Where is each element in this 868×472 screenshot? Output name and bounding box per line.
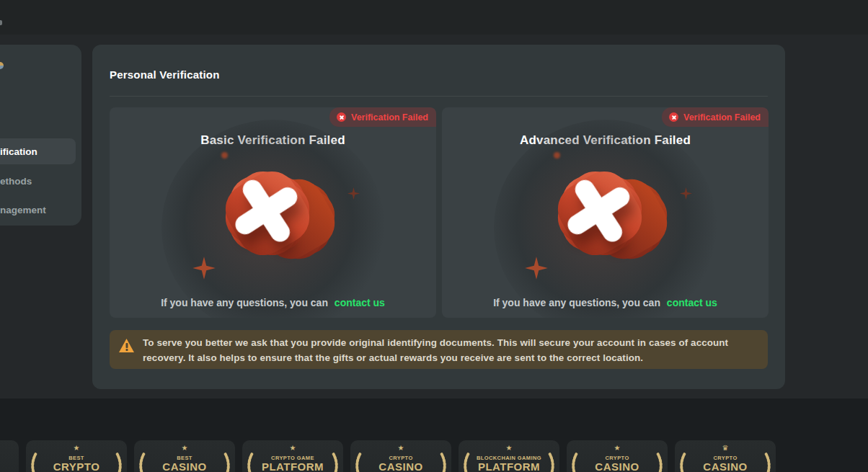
award-emblem-icon: ★	[614, 444, 621, 452]
page-title: Personal Verification	[110, 68, 220, 81]
award-card: ★ BEST CRYPTO CASINO	[26, 440, 127, 472]
notice-text: To serve you better we ask that you prov…	[143, 335, 763, 365]
award-card: ★ BLOCKCHAIN GAMING PLATFORM OF THE YEAR	[459, 440, 559, 472]
award-emblem-icon: ★	[74, 444, 80, 452]
laurel-right-icon	[761, 452, 773, 472]
contact-us-link[interactable]: contact us	[667, 297, 717, 308]
basic-verification-card: Verification Failed Basic Verification F…	[110, 107, 436, 318]
awards-footer: ★ BEST CRYPTO CASINO ★	[0, 398, 868, 472]
laurel-left-icon	[353, 452, 366, 472]
award-emblem-icon: ★	[398, 444, 404, 452]
award-card: ★ CRYPTO GAME PLATFORM OF THE YEAR	[242, 440, 343, 472]
award-line2: CASINO	[367, 461, 435, 472]
failed-seal-x-icon	[544, 152, 667, 275]
notice-line: recovery. It also helps to ensure that t…	[143, 350, 763, 365]
card-footer-text: If you have any questions, you can	[493, 297, 660, 308]
contact-us-link[interactable]: contact us	[335, 297, 385, 308]
top-header-bar	[0, 0, 868, 35]
sidebar-item-management[interactable]: nagement	[0, 197, 76, 223]
personal-verification-panel: Personal Verification Verification Faile…	[92, 45, 785, 389]
award-line2: CASINO	[583, 461, 651, 472]
laurel-right-icon	[328, 452, 340, 472]
sidebar-item-label: nagement	[0, 205, 46, 215]
award-card: ♛ CRYPTO CASINO OF THE YEAR	[675, 440, 776, 472]
laurel-right-icon	[652, 452, 665, 472]
sidebar-item-payment-methods[interactable]: ethods	[0, 168, 76, 194]
sparkle-dot	[554, 152, 560, 159]
card-footer: If you have any questions, you can conta…	[110, 297, 436, 308]
laurel-right-icon	[112, 452, 124, 472]
award-line2: CASINO	[691, 461, 759, 472]
card-footer-text: If you have any questions, you can	[161, 297, 328, 308]
laurel-right-icon	[544, 452, 557, 472]
laurel-left-icon	[245, 452, 257, 472]
notice-line: To serve you better we ask that you prov…	[143, 335, 763, 350]
status-badge-label: Verification Failed	[351, 112, 428, 123]
laurel-right-icon	[436, 452, 448, 472]
failed-seal-x-icon	[212, 152, 335, 275]
award-line2: PLATFORM	[259, 461, 327, 472]
award-card: ★ CRYPTO CASINO OF THE YEAR	[567, 440, 668, 472]
title-divider	[110, 96, 768, 97]
award-emblem-icon: ♛	[722, 444, 729, 452]
award-line2: CRYPTO	[43, 461, 110, 472]
laurel-left-icon	[461, 452, 474, 472]
sparkle-dot	[221, 152, 228, 159]
clipped-header-element	[0, 20, 2, 25]
card-footer: If you have any questions, you can conta…	[442, 297, 769, 308]
advanced-verification-card: Verification Failed Advanced Verificatio…	[442, 107, 769, 318]
award-card-partial	[0, 440, 19, 472]
circle-x-icon	[337, 112, 346, 122]
sidebar-item-label: ethods	[0, 176, 32, 187]
award-card: ★ CRYPTO CASINO OF THE YEAR	[350, 440, 451, 472]
status-badge-label: Verification Failed	[683, 112, 761, 123]
laurel-left-icon	[678, 452, 690, 472]
sidebar-item-label: ification	[0, 146, 37, 157]
laurel-right-icon	[220, 452, 232, 472]
status-badge: Verification Failed	[662, 107, 769, 127]
laurel-left-icon	[137, 452, 149, 472]
warning-triangle-icon	[119, 339, 134, 352]
personal-verification-page: { "sidebar": { "items": [ { "label": "if…	[0, 0, 868, 472]
clipped-coin-icon	[0, 62, 4, 69]
sidebar-item-verification[interactable]: ification	[0, 138, 76, 164]
award-line2: CASINO	[151, 461, 218, 472]
award-emblem-icon: ★	[290, 444, 296, 452]
circle-x-icon	[669, 112, 678, 122]
award-card: ★ BEST CASINO OPERATOR	[134, 440, 235, 472]
award-line2: PLATFORM	[475, 461, 543, 472]
laurel-left-icon	[29, 452, 41, 472]
laurel-left-icon	[570, 452, 582, 472]
award-emblem-icon: ★	[506, 444, 513, 452]
settings-sidebar: ification ethods nagement	[0, 45, 81, 226]
award-emblem-icon: ★	[182, 444, 188, 452]
identity-documents-notice: To serve you better we ask that you prov…	[110, 330, 768, 369]
status-badge: Verification Failed	[329, 107, 436, 127]
